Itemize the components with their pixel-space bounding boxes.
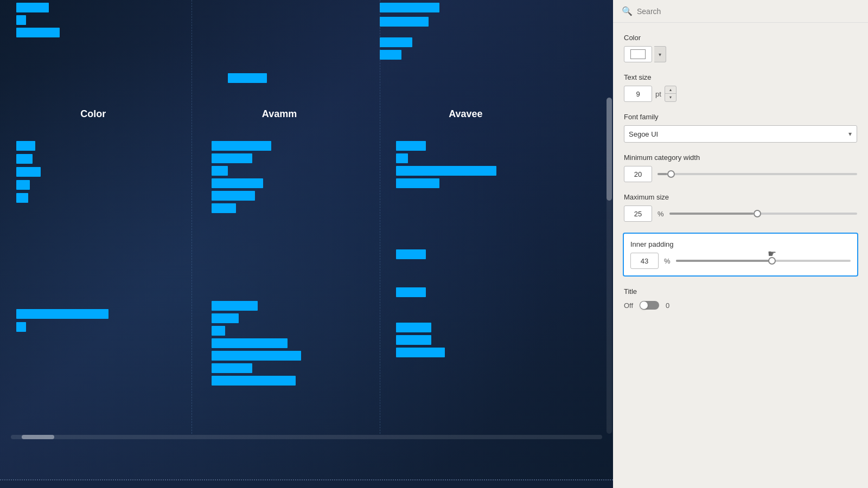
bar	[16, 28, 60, 37]
inner-padding-slider[interactable]: ☛	[676, 260, 851, 262]
bar	[16, 167, 41, 177]
inner-padding-unit: %	[664, 257, 671, 265]
hand-cursor-icon: ☛	[768, 248, 776, 260]
bar	[16, 141, 35, 151]
bar	[212, 203, 236, 213]
text-size-label: Text size	[624, 73, 857, 81]
bar	[212, 313, 239, 323]
min-category-width-input[interactable]	[624, 166, 652, 182]
category-label-1: Color	[80, 108, 106, 119]
max-size-row: %	[624, 206, 857, 222]
bar	[16, 15, 26, 25]
max-size-thumb[interactable]	[754, 210, 761, 217]
bar	[16, 309, 108, 319]
title-setting: Title Off 0	[624, 287, 857, 310]
chart-vscroll[interactable]	[607, 98, 612, 434]
color-picker-row: ▾	[624, 46, 857, 62]
color-dropdown-button[interactable]: ▾	[654, 46, 666, 62]
color-label: Color	[624, 34, 857, 42]
color-swatch[interactable]	[624, 46, 652, 62]
category-label-3: Avavee	[449, 108, 482, 119]
bar	[396, 141, 426, 151]
inner-padding-row: % ☛	[630, 253, 851, 269]
bar	[396, 323, 431, 332]
color-setting: Color ▾	[624, 34, 857, 62]
bar	[212, 301, 258, 311]
search-input[interactable]	[637, 7, 859, 16]
bar	[396, 166, 496, 176]
title-label: Title	[624, 287, 857, 296]
text-size-row: pt ▴ ▾	[624, 86, 857, 102]
text-size-spinner: ▴ ▾	[665, 86, 676, 102]
category-label-2: Avamm	[262, 108, 297, 119]
chart-hscroll[interactable]	[11, 435, 602, 439]
text-size-input[interactable]	[624, 86, 652, 102]
chart-hscroll-thumb[interactable]	[22, 435, 54, 439]
bar	[396, 178, 439, 188]
min-category-width-label: Minimum category width	[624, 153, 857, 162]
inner-padding-label: Inner padding	[630, 240, 851, 248]
chart-vscroll-thumb[interactable]	[607, 98, 612, 201]
text-size-up-button[interactable]: ▴	[665, 86, 676, 94]
title-toggle-label: Off	[624, 301, 633, 310]
font-family-select[interactable]: Segoe UI Arial Calibri Tahoma Verdana	[624, 125, 857, 143]
bar	[16, 322, 26, 332]
text-size-down-button[interactable]: ▾	[665, 94, 676, 101]
chevron-down-icon: ▾	[659, 52, 661, 57]
min-category-width-thumb[interactable]	[667, 170, 675, 178]
bar	[396, 348, 445, 357]
bar	[396, 335, 431, 345]
min-category-width-slider[interactable]	[658, 173, 857, 175]
bar	[212, 376, 296, 386]
bar	[212, 141, 271, 151]
bar	[228, 73, 267, 83]
bar	[380, 3, 439, 12]
title-toggle-switch[interactable]	[640, 301, 659, 310]
bar	[212, 363, 252, 373]
title-toggle-knob	[640, 301, 648, 309]
settings-panel: 🔍 Color ▾ Text size pt ▴	[613, 0, 868, 488]
inner-padding-setting: Inner padding % ☛	[623, 233, 858, 277]
bar	[380, 17, 429, 27]
search-icon: 🔍	[622, 6, 633, 16]
bar	[396, 287, 426, 297]
max-size-label: Maximum size	[624, 193, 857, 201]
bar	[16, 193, 28, 203]
bar	[380, 50, 401, 60]
font-family-label: Font family	[624, 113, 857, 121]
bar	[212, 351, 301, 361]
search-bar: 🔍	[613, 0, 868, 23]
min-category-width-setting: Minimum category width	[624, 153, 857, 182]
bar	[16, 180, 30, 190]
bar	[380, 37, 412, 47]
chart-area: Color Avamm Avavee	[0, 0, 613, 488]
bar	[212, 326, 225, 336]
bar	[396, 153, 408, 163]
title-toggle-value: 0	[666, 301, 669, 310]
font-family-wrapper: Segoe UI Arial Calibri Tahoma Verdana	[624, 125, 857, 143]
bar	[212, 166, 228, 176]
color-swatch-inner	[630, 49, 646, 59]
bar	[212, 338, 288, 348]
max-size-slider[interactable]	[669, 213, 857, 215]
bar	[212, 153, 252, 163]
bar	[212, 178, 263, 188]
font-family-setting: Font family Segoe UI Arial Calibri Tahom…	[624, 113, 857, 143]
chart-bottom-border	[0, 479, 613, 488]
max-size-unit: %	[658, 210, 664, 218]
title-toggle-track	[640, 301, 659, 310]
inner-padding-input[interactable]	[630, 253, 659, 269]
bar	[212, 191, 255, 201]
bar	[16, 3, 49, 12]
max-size-setting: Maximum size %	[624, 193, 857, 222]
text-size-unit: pt	[655, 90, 661, 98]
text-size-setting: Text size pt ▴ ▾	[624, 73, 857, 102]
title-toggle-row: Off 0	[624, 301, 857, 310]
bar	[16, 154, 33, 164]
max-size-input[interactable]	[624, 206, 652, 222]
bar	[396, 249, 426, 259]
min-category-width-row	[624, 166, 857, 182]
